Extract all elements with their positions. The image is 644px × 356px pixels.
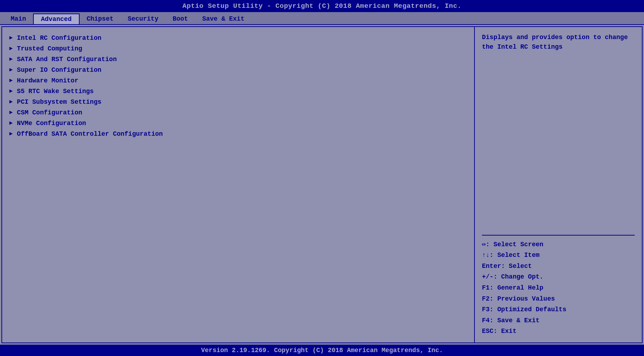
- menu-item-label-1: Trusted Computing: [17, 45, 82, 52]
- key-help-line: ⇔: Select Screen: [482, 239, 635, 250]
- nav-tab-save-and-exit[interactable]: Save & Exit: [195, 14, 252, 24]
- menu-item-7[interactable]: ►CSM Configuration: [9, 107, 467, 118]
- menu-item-label-0: Intel RC Configuration: [17, 34, 102, 42]
- arrow-icon-3: ►: [9, 67, 13, 73]
- menu-item-5[interactable]: ►S5 RTC Wake Settings: [9, 86, 467, 97]
- arrow-icon-5: ►: [9, 88, 13, 95]
- menu-item-label-4: Hardware Monitor: [17, 77, 79, 84]
- menu-item-label-2: SATA And RST Configuration: [17, 56, 117, 63]
- menu-item-label-5: S5 RTC Wake Settings: [17, 88, 94, 95]
- menu-item-9[interactable]: ►OffBoard SATA Controller Configuration: [9, 129, 467, 139]
- arrow-icon-1: ►: [9, 45, 13, 52]
- arrow-icon-9: ►: [9, 131, 13, 137]
- menu-item-1[interactable]: ►Trusted Computing: [9, 43, 467, 54]
- menu-item-label-6: PCI Subsystem Settings: [17, 98, 102, 106]
- key-help-line: Enter: Select: [482, 261, 635, 272]
- menu-item-label-9: OffBoard SATA Controller Configuration: [17, 130, 163, 137]
- menu-item-3[interactable]: ►Super IO Configuration: [9, 65, 467, 75]
- menu-item-label-3: Super IO Configuration: [17, 66, 102, 74]
- divider: [482, 235, 635, 236]
- menu-item-8[interactable]: ►NVMe Configuration: [9, 118, 467, 129]
- nav-tab-chipset[interactable]: Chipset: [80, 14, 121, 24]
- key-help-line: ↑↓: Select Item: [482, 250, 635, 261]
- arrow-icon-6: ►: [9, 99, 13, 105]
- menu-item-6[interactable]: ►PCI Subsystem Settings: [9, 97, 467, 107]
- left-panel: ►Intel RC Configuration►Trusted Computin…: [2, 27, 475, 342]
- arrow-icon-0: ►: [9, 35, 13, 41]
- key-help-line: F4: Save & Exit: [482, 315, 635, 326]
- nav-bar: MainAdvancedChipsetSecurityBootSave & Ex…: [0, 12, 644, 25]
- footer-text: Version 2.19.1269. Copyright (C) 2018 Am…: [201, 347, 443, 354]
- arrow-icon-2: ►: [9, 56, 13, 63]
- menu-item-label-7: CSM Configuration: [17, 109, 82, 116]
- arrow-icon-4: ►: [9, 77, 13, 84]
- key-help-line: +/-: Change Opt.: [482, 271, 635, 282]
- key-help-line: F2: Previous Values: [482, 293, 635, 304]
- bios-screen: Aptio Setup Utility - Copyright (C) 2018…: [0, 0, 644, 356]
- nav-tab-security[interactable]: Security: [120, 14, 165, 24]
- title-bar: Aptio Setup Utility - Copyright (C) 2018…: [0, 0, 644, 12]
- menu-item-4[interactable]: ►Hardware Monitor: [9, 75, 467, 86]
- menu-item-0[interactable]: ►Intel RC Configuration: [9, 33, 467, 43]
- help-text: Displays and provides option to change t…: [482, 33, 635, 231]
- nav-tab-advanced[interactable]: Advanced: [33, 14, 79, 24]
- nav-tab-main[interactable]: Main: [4, 14, 33, 24]
- right-panel: Displays and provides option to change t…: [475, 27, 642, 342]
- nav-tab-boot[interactable]: Boot: [166, 14, 195, 24]
- key-help-line: F1: General Help: [482, 282, 635, 293]
- arrow-icon-7: ►: [9, 109, 13, 116]
- menu-item-2[interactable]: ►SATA And RST Configuration: [9, 54, 467, 65]
- main-content: ►Intel RC Configuration►Trusted Computin…: [1, 26, 643, 343]
- key-help: ⇔: Select Screen↑↓: Select ItemEnter: Se…: [482, 239, 635, 337]
- key-help-line: F3: Optimized Defaults: [482, 304, 635, 315]
- key-help-line: ESC: Exit: [482, 326, 635, 337]
- menu-item-label-8: NVMe Configuration: [17, 120, 86, 127]
- arrow-icon-8: ►: [9, 120, 13, 126]
- footer: Version 2.19.1269. Copyright (C) 2018 Am…: [0, 345, 644, 356]
- title-text: Aptio Setup Utility - Copyright (C) 2018…: [182, 2, 462, 10]
